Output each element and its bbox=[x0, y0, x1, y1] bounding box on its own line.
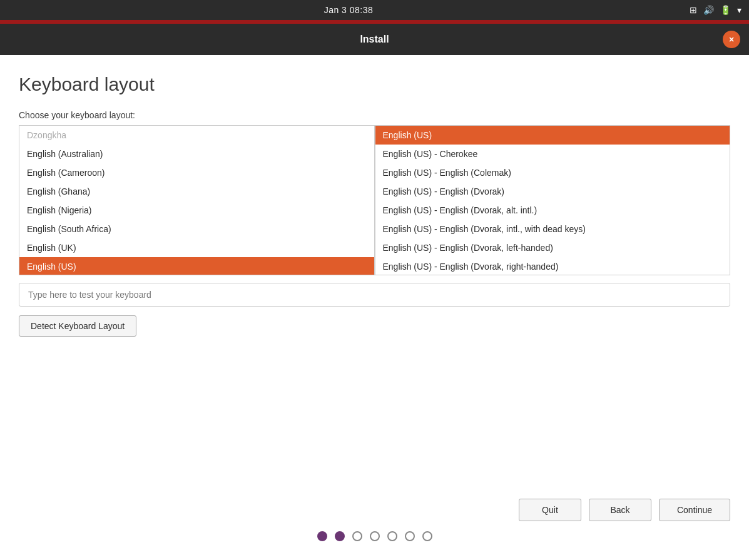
system-bar: Jan 3 08:38 ⊞ 🔊 🔋 ▾ bbox=[0, 0, 749, 20]
left-list-item[interactable]: Dzongkha bbox=[19, 126, 374, 145]
progress-dot bbox=[352, 531, 362, 541]
right-list-item[interactable]: English (US) - English (Dvorak, intl., w… bbox=[375, 220, 730, 238]
left-list-panel[interactable]: DzongkhaEnglish (Australian)English (Cam… bbox=[19, 125, 375, 275]
progress-dot bbox=[387, 531, 397, 541]
volume-icon[interactable]: 🔊 bbox=[703, 5, 714, 15]
back-button[interactable]: Back bbox=[589, 499, 651, 521]
keyboard-test-container bbox=[19, 283, 730, 307]
system-bar-right: ⊞ 🔊 🔋 ▾ bbox=[690, 5, 741, 15]
choose-label: Choose your keyboard layout: bbox=[19, 110, 730, 120]
title-bar: Install × bbox=[0, 24, 749, 55]
right-list-item[interactable]: English (US) - English (Dvorak, left-han… bbox=[375, 238, 730, 257]
page-title: Keyboard layout bbox=[19, 74, 730, 95]
system-datetime: Jan 3 08:38 bbox=[324, 5, 374, 15]
network-icon[interactable]: ⊞ bbox=[690, 5, 697, 15]
right-list-panel[interactable]: English (US)English (US) - CherokeeEngli… bbox=[375, 125, 731, 275]
left-list-item[interactable]: English (Australian) bbox=[19, 145, 374, 163]
battery-icon[interactable]: 🔋 bbox=[720, 5, 731, 15]
right-list-item[interactable]: English (US) - English (Dvorak, right-ha… bbox=[375, 257, 730, 275]
nav-buttons: Quit Back Continue bbox=[19, 499, 730, 521]
progress-dot bbox=[335, 531, 345, 541]
right-list-item[interactable]: English (US) - English (Colemak) bbox=[375, 163, 730, 182]
progress-dot bbox=[317, 531, 327, 541]
progress-dots bbox=[19, 531, 730, 547]
progress-dot bbox=[405, 531, 415, 541]
continue-button[interactable]: Continue bbox=[659, 499, 730, 521]
progress-dot bbox=[422, 531, 432, 541]
menu-icon[interactable]: ▾ bbox=[737, 5, 741, 15]
progress-dot bbox=[370, 531, 380, 541]
right-list-item[interactable]: English (US) - English (Dvorak) bbox=[375, 182, 730, 201]
left-list-item[interactable]: English (Ghana) bbox=[19, 182, 374, 201]
main-content: Keyboard layout Choose your keyboard lay… bbox=[0, 55, 749, 560]
keyboard-test-input[interactable] bbox=[19, 283, 730, 307]
right-list-item[interactable]: English (US) - Cherokee bbox=[375, 145, 730, 163]
right-list-item[interactable]: English (US) bbox=[375, 126, 730, 145]
left-list-item[interactable]: English (Nigeria) bbox=[19, 201, 374, 220]
right-list-item[interactable]: English (US) - English (Dvorak, alt. int… bbox=[375, 201, 730, 220]
left-list-item[interactable]: English (US) bbox=[19, 257, 374, 275]
left-list-item[interactable]: English (UK) bbox=[19, 238, 374, 257]
close-button[interactable]: × bbox=[723, 31, 740, 48]
window-title: Install bbox=[360, 34, 389, 45]
left-list-item[interactable]: English (South Africa) bbox=[19, 220, 374, 238]
layout-lists: DzongkhaEnglish (Australian)English (Cam… bbox=[19, 125, 730, 275]
left-list-item[interactable]: English (Cameroon) bbox=[19, 163, 374, 182]
detect-keyboard-button[interactable]: Detect Keyboard Layout bbox=[19, 315, 136, 337]
quit-button[interactable]: Quit bbox=[519, 499, 581, 521]
